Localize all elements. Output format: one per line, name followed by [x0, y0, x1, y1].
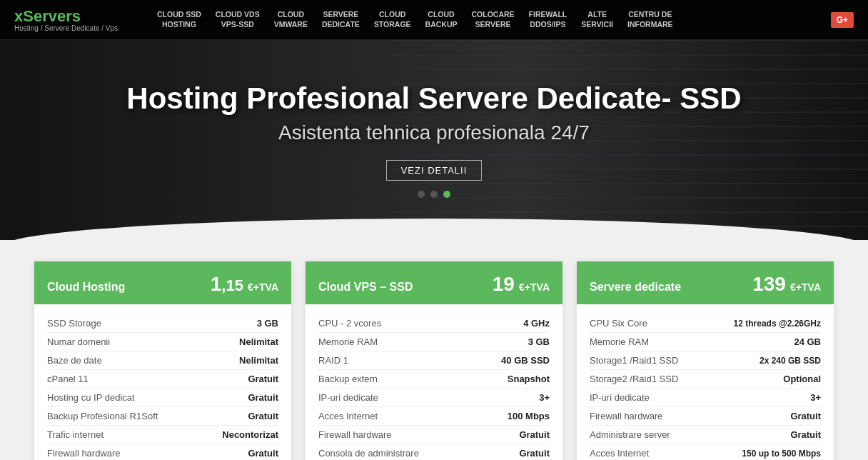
table-row: Firewall hardwareGratuit [47, 444, 278, 460]
nav-alte-servicii[interactable]: ALTESERVICII [574, 6, 620, 34]
nav-cloud-ssd[interactable]: CLOUD SSDHOSTING [150, 6, 208, 34]
nav-colocare[interactable]: COLOCARESERVERE [464, 6, 521, 34]
navbar: xServers Hosting / Servere Dedicate / Vp… [0, 0, 868, 40]
nav-servere-dedicate[interactable]: SERVEREDEDICATE [315, 6, 367, 34]
card-body-cloud-vps: CPU - 2 vcores4 GHz Memorie RAM3 GB RAID… [306, 304, 562, 460]
nav-cloud-vmware[interactable]: CLOUDVMWARE [267, 6, 315, 34]
table-row: RAID 140 GB SSD [318, 351, 550, 370]
table-row: Consola de administrareGratuit [318, 444, 550, 460]
gplus-button[interactable]: G+ [831, 12, 854, 28]
pricing-cards-section: Cloud Hosting 1,15 €+TVA SSD Storage3 GB… [0, 240, 868, 460]
table-row: Backup Profesional R1SoftGratuit [47, 407, 278, 426]
table-row: Memorie RAM3 GB [318, 333, 550, 351]
card-body-servere-dedicate: CPU Six Core12 threads @2.26GHz Memorie … [577, 304, 834, 460]
hero-title: Hosting Profesional Servere Dedicate- SS… [126, 82, 741, 115]
table-row: Acces Internet150 up to 500 Mbps [590, 444, 821, 460]
card-header-servere-dedicate: Servere dedicate 139 €+TVA [577, 264, 834, 304]
card-title-servere-dedicate: Servere dedicate [590, 281, 744, 294]
table-row: Numar domeniiNelimitat [47, 333, 278, 351]
hero-cta-button[interactable]: VEZI DETALII [386, 160, 483, 181]
card-cloud-hosting: Cloud Hosting 1,15 €+TVA SSD Storage3 GB… [34, 261, 291, 460]
card-body-cloud-hosting: SSD Storage3 GB Numar domeniiNelimitat B… [34, 304, 291, 460]
table-row: CPU Six Core12 threads @2.26GHz [590, 314, 821, 333]
nav-cloud-vds[interactable]: CLOUD VDSVPS-SSD [208, 6, 267, 34]
card-cloud-vps: Cloud VPS – SSD 19 €+TVA CPU - 2 vcores4… [306, 261, 562, 460]
card-price-servere-dedicate: 139 €+TVA [752, 273, 821, 296]
card-title-cloud-hosting: Cloud Hosting [47, 281, 202, 294]
table-row: Firewall hardwareGratuit [590, 407, 821, 426]
table-row: cPanel 11Gratuit [47, 370, 278, 389]
table-row: Firewall hardwareGratuit [318, 426, 550, 444]
table-row: Baze de dateNelimitat [47, 351, 278, 370]
table-row: IP-uri dedicate3+ [318, 389, 550, 407]
nav-firewall[interactable]: FIREWALLDDoS/IPS [522, 6, 575, 34]
nav-links: CLOUD SSDHOSTING CLOUD VDSVPS-SSD CLOUDV… [150, 6, 831, 34]
logo-subtitle: Hosting / Servere Dedicate / Vps [14, 24, 128, 32]
card-header-cloud-hosting: Cloud Hosting 1,15 €+TVA [34, 264, 291, 304]
hero-subtitle: Asistenta tehnica profesionala 24/7 [126, 121, 741, 144]
table-row: Storage1 /Raid1 SSD2x 240 GB SSD [590, 351, 821, 370]
logo-servers: Servers [23, 7, 81, 25]
nav-cloud-storage[interactable]: CLOUDSTORAGE [367, 6, 418, 34]
card-price-cloud-vps: 19 €+TVA [493, 273, 550, 296]
card-price-cloud-hosting: 1,15 €+TVA [211, 273, 278, 296]
card-servere-dedicate: Servere dedicate 139 €+TVA CPU Six Core1… [577, 261, 834, 460]
table-row: Trafic internetNecontorizat [47, 426, 278, 444]
hero-content: Hosting Profesional Servere Dedicate- SS… [126, 82, 741, 197]
hero-dots [126, 191, 741, 198]
table-row: Hosting cu IP dedicatGratuit [47, 389, 278, 407]
table-row: CPU - 2 vcores4 GHz [318, 314, 550, 333]
table-row: Backup externSnapshot [318, 370, 550, 389]
table-row: SSD Storage3 GB [47, 314, 278, 333]
hero-section: Hosting Profesional Servere Dedicate- SS… [0, 40, 868, 240]
table-row: Storage2 /Raid1 SSDOptional [590, 370, 821, 389]
logo-x: x [14, 7, 23, 25]
nav-centru[interactable]: CENTRU DEINFORMARE [620, 6, 680, 34]
logo-text: xServers [14, 7, 128, 26]
card-title-cloud-vps: Cloud VPS – SSD [318, 281, 484, 294]
logo: xServers Hosting / Servere Dedicate / Vp… [14, 7, 128, 32]
table-row: Acces Internet100 Mbps [318, 407, 550, 426]
nav-cloud-backup[interactable]: CLOUDBACKUP [418, 6, 465, 34]
dot-1[interactable] [418, 191, 425, 198]
table-row: Administrare serverGratuit [590, 426, 821, 444]
dot-2[interactable] [430, 191, 438, 198]
dot-3[interactable] [443, 191, 450, 198]
card-header-cloud-vps: Cloud VPS – SSD 19 €+TVA [306, 264, 562, 304]
table-row: Memorie RAM24 GB [590, 333, 821, 351]
table-row: IP-uri dedicate3+ [590, 389, 821, 407]
